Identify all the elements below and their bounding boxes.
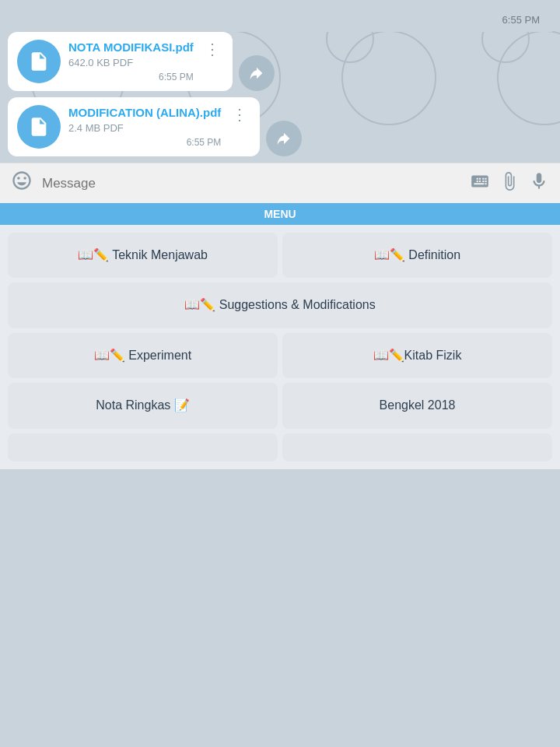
btn-bengkel-2018[interactable]: Bengkel 2018 (282, 383, 552, 428)
message-bubble-2: MODIFICATION (ALINA).pdf 2.4 MB PDF 6:55… (8, 97, 260, 156)
btn-nota-ringkas[interactable]: Nota Ringkas 📝 (8, 383, 278, 428)
btn-suggestions-modifications[interactable]: 📖✏️ Suggestions & Modifications (8, 282, 552, 328)
file-meta-1: 642.0 KB PDF (68, 57, 194, 68)
quick-replies-section: MENU 📖✏️ Teknik Menjawab 📖✏️ Definition … (0, 203, 560, 469)
message-bar (0, 163, 560, 203)
more-options-icon-2[interactable]: ⋮ (229, 105, 250, 124)
bubble-timestamp-1: 6:55 PM (68, 72, 194, 82)
file-meta-2: 2.4 MB PDF (68, 122, 221, 134)
file-name-1: NOTA MODIFIKASI.pdf (68, 40, 194, 55)
quick-replies-grid: 📖✏️ Teknik Menjawab 📖✏️ Definition 📖✏️ S… (0, 225, 560, 469)
quick-replies-header: MENU (0, 203, 560, 225)
btn-partial-right[interactable] (282, 433, 552, 461)
mic-icon[interactable] (529, 171, 549, 196)
btn-definition[interactable]: 📖✏️ Definition (282, 233, 552, 278)
keyboard-icon[interactable] (470, 171, 490, 196)
forward-icon-2 (275, 130, 292, 147)
attachment-icon[interactable] (499, 171, 520, 196)
timestamp-only: 6:55 PM (8, 8, 552, 32)
document-icon-2 (28, 116, 50, 138)
btn-experiment[interactable]: 📖✏️ Experiment (8, 333, 278, 378)
file-icon-circle (17, 40, 61, 83)
btn-kitab-fizik[interactable]: 📖✏️Kitab Fizik (282, 333, 552, 378)
btn-partial-left[interactable] (8, 433, 278, 461)
file-icon-circle-2 (17, 105, 61, 149)
file-info-1: NOTA MODIFIKASI.pdf 642.0 KB PDF 6:55 PM (68, 40, 194, 82)
forward-button-2[interactable] (266, 121, 302, 156)
message-bubble-wrapper-1: NOTA MODIFIKASI.pdf 642.0 KB PDF 6:55 PM… (8, 32, 552, 91)
document-icon (28, 51, 50, 72)
file-info-2: MODIFICATION (ALINA).pdf 2.4 MB PDF 6:55… (68, 105, 221, 148)
forward-icon-1 (248, 65, 265, 82)
file-name-2: MODIFICATION (ALINA).pdf (68, 105, 221, 121)
btn-teknik-menjawab[interactable]: 📖✏️ Teknik Menjawab (8, 233, 278, 278)
forward-button-1[interactable] (239, 55, 275, 91)
bubble-timestamp-2: 6:55 PM (68, 137, 221, 148)
message-input[interactable] (42, 176, 460, 191)
message-bubble-1: NOTA MODIFIKASI.pdf 642.0 KB PDF 6:55 PM… (8, 32, 233, 91)
chat-area: 6:55 PM NOTA MODIFIKASI.pdf 642.0 KB PDF… (0, 0, 560, 156)
message-bubble-wrapper-2: MODIFICATION (ALINA).pdf 2.4 MB PDF 6:55… (8, 97, 552, 156)
emoji-button[interactable] (11, 170, 33, 197)
more-options-icon-1[interactable]: ⋮ (201, 40, 223, 58)
